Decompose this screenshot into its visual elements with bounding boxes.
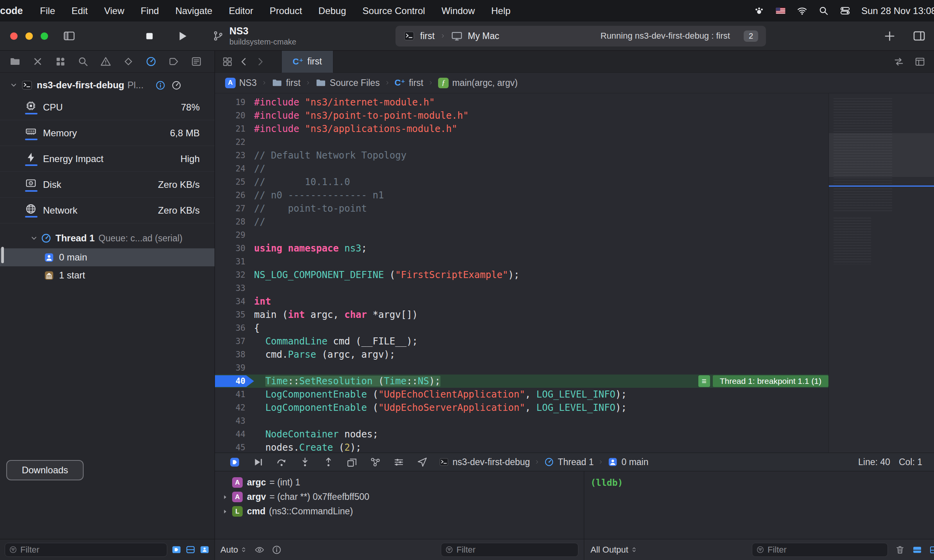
navigator-filter-field[interactable] — [5, 543, 167, 557]
navigator-tab-issues-icon[interactable] — [100, 56, 111, 67]
breadcrumb-source-files[interactable]: Source Files — [315, 77, 380, 88]
line-number[interactable]: 26 — [215, 191, 254, 200]
navigator-filter-input[interactable] — [20, 545, 163, 555]
variable-row[interactable]: Lcmd(ns3::CommandLine) — [215, 504, 584, 519]
gauge-row-cpu[interactable]: CPU78% — [0, 95, 215, 120]
step-into-icon[interactable] — [299, 457, 311, 468]
line-number[interactable]: 27 — [215, 204, 254, 213]
code-line[interactable]: 25// 10.1.1.0 — [215, 175, 828, 189]
navigator-tab-debug-gauge-icon[interactable] — [145, 56, 157, 67]
line-number[interactable]: 20 — [215, 111, 254, 120]
filter-scope-1[interactable] — [171, 544, 182, 555]
line-number[interactable]: 43 — [215, 416, 254, 426]
code-line[interactable]: 43 — [215, 414, 828, 428]
editor-layout-button[interactable] — [913, 29, 926, 43]
editor-options-icon[interactable] — [914, 56, 925, 67]
menu-item[interactable]: Navigate — [175, 5, 213, 16]
line-number[interactable]: 39 — [215, 363, 254, 373]
us-flag-icon[interactable] — [775, 5, 786, 16]
line-number[interactable]: 41 — [215, 390, 254, 399]
line-number[interactable]: 45 — [215, 443, 254, 452]
menu-clock[interactable]: Sun 28 Nov 13:08 — [861, 5, 934, 16]
breadcrumb-first[interactable]: C⁺first — [395, 78, 424, 88]
code-line[interactable]: 41 LogComponentEnable ("UdpEchoClientApp… — [215, 388, 828, 401]
menu-item[interactable]: Find — [141, 5, 159, 16]
thread-row[interactable]: Thread 1 Queue: c...ad (serial) — [0, 228, 215, 248]
stop-button[interactable] — [144, 31, 155, 41]
gauge-row-network[interactable]: NetworkZero KB/s — [0, 198, 215, 223]
tab-first[interactable]: C⁺ first — [281, 51, 333, 73]
wifi-icon[interactable] — [797, 5, 807, 16]
line-number[interactable]: 22 — [215, 137, 254, 147]
code-line[interactable]: 21#include "ns3/applications-module.h" — [215, 122, 828, 136]
variables-filter-input[interactable] — [456, 545, 574, 555]
line-number[interactable]: 28 — [215, 217, 254, 226]
code-line[interactable]: 29 — [215, 228, 828, 242]
control-center-icon[interactable] — [840, 5, 850, 16]
clear-console-icon[interactable] — [895, 545, 905, 555]
view-hierarchy-icon[interactable] — [346, 457, 358, 468]
window-close-button[interactable] — [10, 32, 18, 40]
line-number[interactable]: 23 — [215, 151, 254, 160]
variables-filter-field[interactable] — [441, 543, 578, 557]
menu-item[interactable]: Product — [270, 5, 302, 16]
print-description-icon[interactable] — [272, 545, 282, 555]
run-button[interactable] — [176, 30, 189, 43]
code-line[interactable]: 35main (int argc, char *argv[]) — [215, 308, 828, 321]
minimap[interactable] — [828, 93, 934, 453]
navigator-tab-reports-icon[interactable] — [191, 56, 202, 67]
filter-scope-2[interactable] — [185, 544, 196, 555]
disclosure-triangle-icon[interactable] — [221, 508, 231, 515]
debug-crumb-thread-1[interactable]: Thread 1 — [544, 457, 594, 467]
forward-button[interactable] — [255, 56, 266, 67]
sidebar-scrollbar[interactable] — [1, 247, 4, 263]
console-filter-input[interactable] — [768, 545, 884, 555]
breakpoint-line-number[interactable]: 40 — [215, 375, 254, 387]
breadcrumb-main-argc-argv-[interactable]: ƒmain(argc, argv) — [438, 78, 517, 88]
code-line[interactable]: 24// — [215, 162, 828, 175]
code-line[interactable]: 33 — [215, 282, 828, 295]
line-number[interactable]: 38 — [215, 350, 254, 359]
continue-icon[interactable] — [252, 457, 264, 468]
menu-item[interactable]: Debug — [318, 5, 346, 16]
debug-crumb-ns3-dev-first-debug[interactable]: ns3-dev-first-debug — [439, 457, 530, 467]
show-console-view-icon[interactable] — [929, 545, 934, 555]
navigator-tab-folder-icon[interactable] — [9, 56, 21, 67]
paw-icon[interactable] — [754, 5, 764, 16]
breakpoints-toggle-icon[interactable] — [229, 457, 240, 468]
console-scope-select[interactable]: All Output — [590, 545, 638, 555]
menu-item[interactable]: Help — [491, 5, 510, 16]
line-number[interactable]: 34 — [215, 297, 254, 306]
code-review-icon[interactable] — [893, 56, 904, 67]
navigator-tab-search-icon[interactable] — [77, 56, 89, 67]
process-row[interactable]: ns3-dev-first-debug Pl... — [0, 76, 215, 95]
code-line[interactable]: 34int — [215, 295, 828, 308]
code-line[interactable]: 22 — [215, 136, 828, 149]
code-line[interactable]: 38 cmd.Parse (argc, argv); — [215, 348, 828, 361]
chevron-down-icon[interactable] — [9, 81, 18, 89]
simulate-location-icon[interactable] — [417, 457, 428, 468]
code-line[interactable]: 32NS_LOG_COMPONENT_DEFINE ("FirstScriptE… — [215, 268, 828, 282]
code-line[interactable]: 27// point-to-point — [215, 202, 828, 215]
related-items-icon[interactable] — [222, 56, 233, 67]
code-line[interactable]: 39 — [215, 361, 828, 375]
window-minimize-button[interactable] — [25, 32, 33, 40]
line-number[interactable]: 35 — [215, 310, 254, 319]
menu-item[interactable]: Editor — [229, 5, 253, 16]
debug-crumb-0-main[interactable]: 0 main — [608, 457, 648, 467]
disclosure-triangle-icon[interactable] — [221, 493, 231, 501]
menu-item[interactable]: Edit — [72, 5, 88, 16]
code-line[interactable]: 26// n0 -------------- n1 — [215, 189, 828, 202]
code-line[interactable]: 30using namespace ns3; — [215, 242, 828, 255]
back-button[interactable] — [238, 56, 249, 67]
step-over-icon[interactable] — [276, 457, 287, 468]
console-view[interactable]: (lldb) — [584, 471, 934, 539]
line-number[interactable]: 30 — [215, 244, 254, 253]
breakpoint-annotation[interactable]: Thread 1: breakpoint 1.1 (1) — [713, 375, 828, 387]
scheme-bar[interactable]: first My Mac Running ns3-dev-first-debug… — [395, 26, 766, 46]
code-line[interactable]: 31 — [215, 255, 828, 268]
quicklook-icon[interactable] — [254, 545, 265, 555]
code-line[interactable]: 36{ — [215, 321, 828, 335]
project-info[interactable]: NS3 buildsystem-cmake — [229, 26, 308, 46]
line-number[interactable]: 42 — [215, 403, 254, 412]
